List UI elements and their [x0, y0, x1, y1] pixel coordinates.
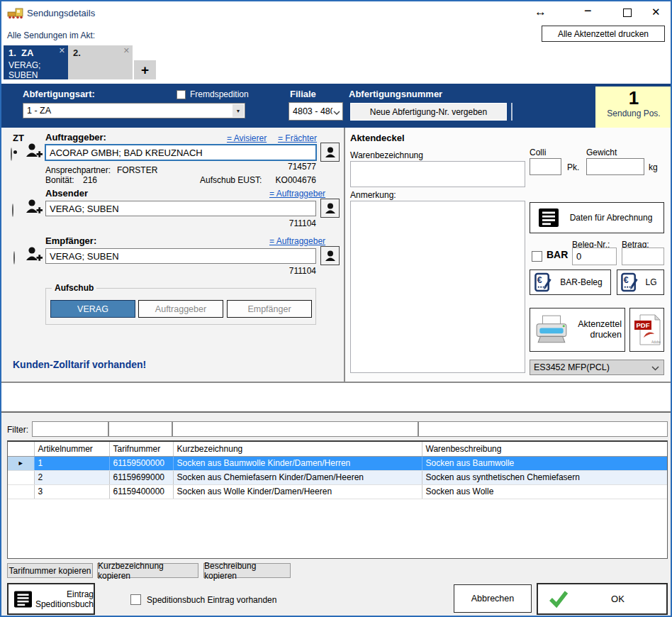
table-row[interactable]: 3 61159400000 Socken aus Wolle Kinder/Da… — [8, 484, 668, 499]
printer-select[interactable]: ES3452 MFP(PCL) — [530, 360, 664, 375]
column-header[interactable]: Warenbeschreibung — [422, 442, 668, 456]
absender-auftraggeber-link[interactable]: = Auftraggeber — [269, 189, 325, 199]
ok-label: OK — [569, 594, 666, 604]
row-selector-icon: ► — [8, 456, 34, 470]
list-icon — [539, 209, 559, 227]
warenbezeichnung-label: Warenbezeichnung — [350, 150, 423, 160]
auftraggeber-contact-button[interactable] — [320, 143, 340, 162]
bar-label: BAR — [547, 249, 568, 260]
sendung-label: Sendung Pos. — [595, 109, 672, 118]
copy-tarifnummer-button[interactable]: Tarifnummer kopieren — [7, 563, 93, 578]
speditionsbuch-checkbox[interactable] — [130, 594, 141, 605]
cancel-button[interactable]: Abbrechen — [454, 584, 532, 613]
aktenzettel-drucken-button[interactable]: Aktenzettel drucken — [530, 308, 625, 352]
table-row[interactable]: ► 1 61159500000 Socken aus Baumwolle Kin… — [8, 456, 668, 470]
copy-kurzbezeichnung-button[interactable]: Kurzbezeichnung kopieren — [97, 563, 198, 578]
pdf-export-button[interactable]: PDFAdobe — [629, 308, 664, 352]
row-selector-cell — [8, 470, 34, 484]
fraechter-link[interactable]: = Frächter — [278, 133, 317, 143]
auftraggeber-radio[interactable] — [11, 148, 12, 161]
column-header[interactable]: Tarifnummer — [109, 442, 173, 456]
aktendeckel-title: Aktendeckel — [350, 133, 405, 143]
euro-receipt-icon: € — [534, 272, 552, 292]
auftraggeber-input[interactable] — [45, 145, 316, 160]
abfertigungsnummer-label: Abfertigungsnummer — [349, 89, 442, 99]
bar-beleg-button[interactable]: € BAR-Beleg — [530, 269, 611, 295]
colli-input[interactable] — [530, 158, 561, 175]
eintrag-speditionsbuch-button[interactable]: Eintrag Speditionsbuch — [7, 583, 95, 615]
empfaenger-auftraggeber-link[interactable]: = Auftraggeber — [269, 236, 325, 246]
pdf-icon: PDFAdobe — [633, 313, 661, 347]
window-title: Sendungsdetails — [27, 8, 95, 18]
parties-panel: ZT Auftraggeber: = Avisierer = Frächter … — [1, 128, 344, 382]
empfaenger-number: 711104 — [245, 266, 316, 276]
print-all-aktenzettel-button[interactable]: Alle Aktenzettel drucken — [542, 26, 665, 42]
resize-horizontal-icon[interactable]: ↔ — [534, 5, 547, 19]
ansprechpartner-value: FORSTER — [117, 165, 157, 175]
gewicht-unit: kg — [649, 162, 658, 172]
shipment-tab-2[interactable]: ✕ 2. — [68, 45, 133, 79]
table-row[interactable]: 2 61159699000 Socken aus Chemiefasern Ki… — [8, 470, 668, 484]
combo-arrow-icon[interactable]: ▼ — [233, 104, 244, 117]
empfaenger-input[interactable] — [45, 248, 316, 264]
absender-input[interactable] — [45, 201, 316, 216]
filter-tarifnummer-input[interactable] — [108, 421, 172, 437]
fremdspedition-label: Fremdspedition — [190, 89, 249, 99]
cell-artikelnummer: 2 — [34, 470, 109, 484]
avisierer-link[interactable]: = Avisierer — [227, 133, 267, 143]
filter-warenbeschreibung-input[interactable] — [418, 421, 668, 437]
gewicht-input[interactable] — [586, 158, 644, 175]
empfaenger-label: Empfänger: — [45, 235, 96, 246]
svg-text:Adobe: Adobe — [651, 340, 661, 344]
aufschub-group-label: Aufschub — [52, 283, 96, 293]
filiale-combo[interactable]: 4803 - 480 — [289, 102, 343, 121]
ok-button[interactable]: OK — [537, 583, 668, 615]
filter-artikelnummer-input[interactable] — [32, 421, 108, 437]
maximize-icon[interactable] — [623, 9, 632, 17]
table-header-row: Artikelnummer Tarifnummer Kurzbezeichnun… — [8, 442, 668, 456]
add-person-icon[interactable] — [25, 198, 43, 219]
empfaenger-contact-button[interactable] — [320, 246, 340, 265]
daten-abrechnung-button[interactable]: Daten für Abrechnung — [530, 202, 664, 233]
tab2-close-icon[interactable]: ✕ — [123, 46, 130, 55]
shipment-tab-1[interactable]: ✕ 1. ZA VERAG; SUBEN — [4, 45, 68, 79]
fremdspedition-checkbox[interactable] — [177, 90, 186, 99]
cell-tarifnummer: 61159699000 — [109, 470, 173, 484]
person-icon — [324, 202, 337, 215]
printer-icon — [534, 315, 569, 345]
eintrag-speditionsbuch-label: Eintrag Speditionsbuch — [32, 589, 94, 609]
tab1-close-icon[interactable]: ✕ — [59, 46, 65, 55]
daten-abrechnung-label: Daten für Abrechnung — [559, 213, 663, 223]
minimize-icon[interactable]: − — [584, 4, 592, 18]
lg-button[interactable]: € LG — [617, 269, 664, 295]
colli-unit: Pk. — [567, 162, 579, 172]
cell-tarifnummer: 61159500000 — [109, 456, 173, 470]
add-person-icon[interactable] — [25, 142, 43, 163]
gewicht-label: Gewicht — [586, 148, 617, 157]
column-header[interactable]: Kurzbezeichnung — [173, 442, 422, 456]
column-header[interactable]: Artikelnummer — [34, 442, 109, 456]
cell-warenbeschreibung: Socken aus Baumwolle — [422, 456, 668, 470]
add-person-icon[interactable] — [25, 245, 43, 267]
betrag-input[interactable] — [622, 248, 664, 265]
absender-radio[interactable] — [12, 204, 13, 217]
close-icon[interactable]: ✕ — [651, 6, 661, 18]
neue-abfertigungsnr-button[interactable]: Neue Abfertigung-Nr. vergeben — [350, 103, 507, 121]
anmerkung-textarea[interactable] — [350, 201, 525, 373]
absender-contact-button[interactable] — [320, 199, 340, 218]
empfaenger-radio[interactable] — [13, 251, 15, 265]
bar-checkbox[interactable] — [532, 251, 542, 262]
row-selector-cell — [8, 484, 34, 499]
abfertigungsart-combo[interactable]: 1 - ZA ▼ — [23, 103, 245, 118]
chevron-down-icon — [651, 366, 659, 371]
add-shipment-tab-button[interactable]: + — [134, 60, 156, 79]
person-icon — [324, 146, 337, 159]
beleg-nr-input[interactable] — [572, 248, 617, 265]
aufschub-auftraggeber-button[interactable]: Auftraggeber — [138, 300, 223, 318]
warenbezeichnung-textarea[interactable] — [350, 161, 525, 187]
copy-beschreibung-button[interactable]: Beschreibung kopieren — [203, 563, 291, 578]
sendung-count: 1 — [595, 87, 672, 109]
aufschub-empfaenger-button[interactable]: Empfänger — [227, 300, 312, 318]
filter-kurzbezeichnung-input[interactable] — [172, 421, 418, 437]
aufschub-verag-button[interactable]: VERAG — [50, 300, 135, 318]
